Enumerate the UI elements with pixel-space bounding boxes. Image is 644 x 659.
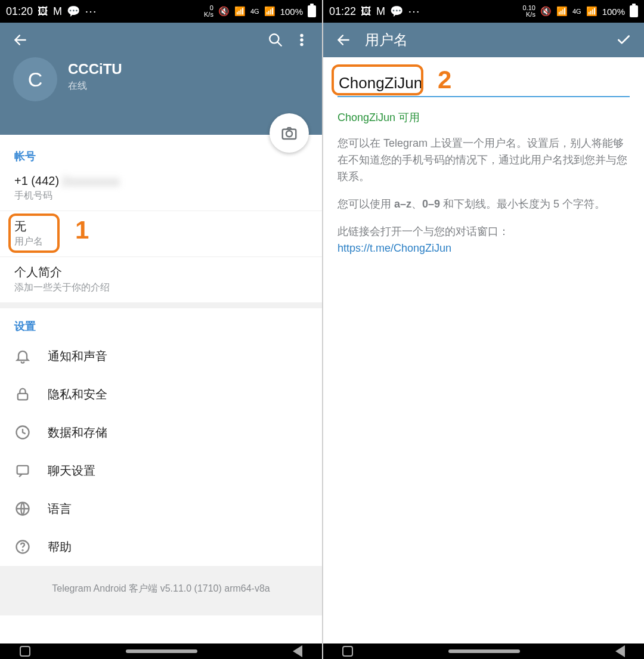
chat-bubble-icon: 💬 bbox=[67, 5, 80, 18]
arrow-left-icon bbox=[336, 32, 351, 48]
setting-label: 隐私和安全 bbox=[48, 386, 107, 403]
setting-label: 帮助 bbox=[48, 539, 72, 555]
search-button[interactable] bbox=[262, 27, 289, 53]
home-icon[interactable] bbox=[448, 649, 520, 653]
mail-icon: M bbox=[53, 5, 62, 18]
signal-icon: 📶 bbox=[586, 6, 597, 17]
section-gap bbox=[0, 302, 322, 308]
recents-icon[interactable] bbox=[20, 646, 30, 657]
description-1: 您可以在 Telegram 上设置一个用户名。设置后，别人将能够在不知道您的手机… bbox=[338, 135, 630, 185]
status-speed: 0 K/s bbox=[204, 5, 213, 18]
bell-icon bbox=[14, 348, 31, 364]
back-button[interactable] bbox=[330, 27, 357, 53]
profile-header: C CCCiTU 在线 bbox=[0, 23, 322, 135]
dots-vertical-icon bbox=[294, 32, 309, 48]
globe-icon bbox=[14, 500, 31, 517]
recents-icon[interactable] bbox=[342, 646, 353, 657]
annotation-2: 2 bbox=[438, 66, 451, 94]
setting-label: 聊天设置 bbox=[48, 463, 95, 479]
annotation-1: 1 bbox=[75, 216, 89, 245]
version-label: Telegram Android 客户端 v5.11.0 (1710) arm6… bbox=[0, 566, 322, 615]
setting-language[interactable]: 语言 bbox=[0, 490, 322, 528]
back-nav-icon[interactable] bbox=[615, 645, 625, 657]
row-username[interactable]: 无 用户名 bbox=[0, 211, 322, 257]
setting-label: 数据和存储 bbox=[48, 425, 107, 441]
mute-icon: 🔇 bbox=[218, 6, 230, 17]
status-net: 4G bbox=[572, 8, 581, 15]
row-bio[interactable]: 个人简介 添加一些关于你的介绍 bbox=[0, 257, 322, 302]
svg-rect-6 bbox=[18, 394, 27, 400]
mail-icon: M bbox=[376, 5, 385, 18]
setting-notifications[interactable]: 通知和声音 bbox=[0, 337, 322, 375]
settings-header: 设置 bbox=[0, 308, 322, 337]
check-icon bbox=[616, 32, 631, 48]
status-bar: 01:20 🖼 M 💬 0 K/s 🔇 📶 4G 📶 100% bbox=[0, 0, 322, 23]
svg-point-3 bbox=[301, 43, 303, 45]
account-section: 帐号 +1 (442) 2xxxxxxx 手机号码 无 用户名 个人简介 添加一… bbox=[0, 135, 322, 302]
settings-section: 设置 通知和声音 隐私和安全 数据和存储 聊天设置 语言 帮助 bbox=[0, 308, 322, 566]
phone-sub: 手机号码 bbox=[14, 190, 308, 202]
clock-icon bbox=[14, 424, 31, 441]
header-title: 用户名 bbox=[365, 30, 611, 49]
bio-title: 个人简介 bbox=[14, 264, 308, 280]
more-icon bbox=[408, 4, 420, 18]
back-button[interactable] bbox=[7, 27, 33, 53]
wifi-icon: 📶 bbox=[234, 6, 246, 17]
wifi-icon: 📶 bbox=[556, 6, 568, 17]
home-icon[interactable] bbox=[126, 649, 197, 653]
phone-blurred: 2xxxxxxx bbox=[63, 175, 120, 188]
description-2: 您可以使用 a–z、0–9 和下划线。最小长度为 5 个字符。 bbox=[338, 196, 630, 213]
bio-sub: 添加一些关于你的介绍 bbox=[14, 281, 308, 294]
setting-data[interactable]: 数据和存储 bbox=[0, 413, 322, 451]
image-icon: 🖼 bbox=[38, 5, 48, 18]
signal-icon: 📶 bbox=[264, 6, 275, 17]
camera-fab[interactable] bbox=[270, 113, 309, 153]
setting-label: 语言 bbox=[48, 501, 72, 517]
svg-point-1 bbox=[301, 34, 303, 36]
avatar[interactable]: C bbox=[13, 57, 57, 101]
status-speed: 0.10 K/s bbox=[523, 5, 535, 18]
search-icon bbox=[268, 32, 283, 48]
status-bar: 01:22 🖼 M 💬 0.10 K/s 🔇 📶 4G 📶 100% bbox=[323, 0, 644, 23]
lock-icon bbox=[14, 386, 31, 403]
battery-icon bbox=[308, 5, 316, 17]
back-nav-icon[interactable] bbox=[293, 645, 302, 657]
nav-bar bbox=[0, 643, 322, 659]
username-value: 无 bbox=[14, 218, 308, 234]
status-time: 01:20 bbox=[6, 5, 33, 18]
overflow-button[interactable] bbox=[289, 27, 315, 53]
chat-bubble-icon: 💬 bbox=[390, 5, 403, 18]
battery-icon bbox=[630, 5, 638, 17]
svg-point-11 bbox=[22, 550, 23, 550]
setting-privacy[interactable]: 隐私和安全 bbox=[0, 375, 322, 413]
profile-name: CCCiTU bbox=[68, 61, 122, 78]
status-time: 01:22 bbox=[329, 5, 356, 18]
image-icon: 🖼 bbox=[361, 5, 371, 18]
svg-point-2 bbox=[301, 39, 303, 41]
right-pane: 01:22 🖼 M 💬 0.10 K/s 🔇 📶 4G 📶 100% 用户名 bbox=[322, 0, 644, 659]
link-intro: 此链接会打开一个与您的对话窗口： bbox=[338, 224, 630, 240]
content: ChongZiJun 可用 您可以在 Telegram 上设置一个用户名。设置后… bbox=[323, 57, 644, 267]
username-input[interactable] bbox=[338, 69, 630, 97]
confirm-button[interactable] bbox=[611, 27, 637, 53]
nav-bar bbox=[323, 643, 644, 659]
camera-icon bbox=[280, 124, 298, 142]
svg-rect-8 bbox=[17, 466, 29, 474]
svg-point-5 bbox=[286, 131, 292, 137]
setting-help[interactable]: 帮助 bbox=[0, 528, 322, 566]
help-icon bbox=[14, 539, 31, 555]
status-battery-pct: 100% bbox=[602, 7, 625, 17]
left-pane: 01:20 🖼 M 💬 0 K/s 🔇 📶 4G 📶 100% bbox=[0, 0, 322, 659]
status-battery-pct: 100% bbox=[280, 7, 303, 17]
mute-icon: 🔇 bbox=[540, 6, 552, 17]
setting-chat[interactable]: 聊天设置 bbox=[0, 451, 322, 490]
setting-label: 通知和声音 bbox=[48, 348, 107, 364]
username-sub: 用户名 bbox=[14, 236, 308, 248]
status-net1: 4G bbox=[250, 8, 259, 15]
arrow-left-icon bbox=[13, 32, 28, 48]
availability-text: ChongZiJun 可用 bbox=[338, 110, 630, 125]
header: 用户名 bbox=[323, 23, 644, 57]
profile-link[interactable]: https://t.me/ChongZiJun bbox=[338, 242, 630, 255]
chat-icon bbox=[14, 462, 31, 479]
row-phone[interactable]: +1 (442) 2xxxxxxx 手机号码 bbox=[0, 167, 322, 211]
